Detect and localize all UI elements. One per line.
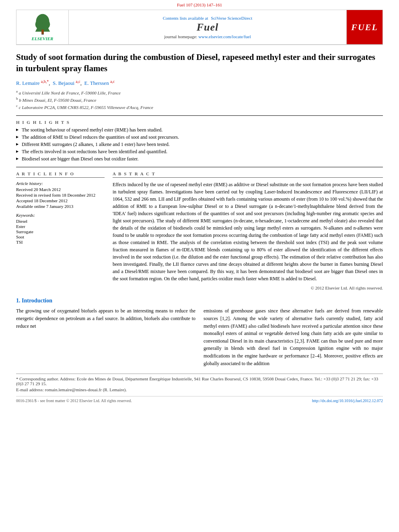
accepted-date: Accepted 18 December 2012 <box>16 198 105 203</box>
highlight-item-5: Biodiesel soot are bigger than Diesel on… <box>16 156 383 162</box>
available-date: Available online 7 January 2013 <box>16 204 105 209</box>
sciverse-brand[interactable]: SciVerse ScienceDirect <box>211 16 252 21</box>
affil-c: c c Laboratoire PC2A, UMR CNRS 8522, F-5… <box>16 103 383 111</box>
author-bejaoui-sup: a,c <box>76 79 80 84</box>
divider-article-info <box>16 167 383 167</box>
keyword-diesel: Diesel <box>16 219 105 224</box>
journal-homepage: journal homepage: www.elsevier.com/locat… <box>164 34 251 39</box>
contents-text: Contents lists available at <box>163 16 208 21</box>
doi-text[interactable]: http://dx.doi.org/10.1016/j.fuel.2012.12… <box>312 398 383 403</box>
header-top-row: ELSEVIER Contents lists available at Sci… <box>16 10 383 45</box>
affil-b: b b Mines Douai, EI, F-59500 Douai, Fran… <box>16 96 383 103</box>
keyword-surrogate: Surrogate <box>16 229 105 234</box>
intro-right-content: emissions of greenhouse gases since thes… <box>204 308 383 366</box>
journal-title: Fuel <box>197 21 219 33</box>
intro-two-col: The growing use of oxygenated biofuels a… <box>16 307 383 367</box>
two-col-layout: A R T I C L E I N F O Article history: R… <box>16 171 383 290</box>
sciverse-link: Contents lists available at SciVerse Sci… <box>163 16 252 21</box>
homepage-link[interactable]: www.elsevier.com/locate/fuel <box>198 34 251 39</box>
author-therssen: E. Therssen <box>84 80 109 86</box>
divider-highlights-top <box>16 115 383 116</box>
intro-left-text: The growing use of oxygenated biofuels a… <box>16 307 195 367</box>
keywords-title: Keywords: <box>16 213 105 218</box>
highlights-section: H I G H L I G H T S The sooting behaviou… <box>16 120 383 162</box>
intro-heading: 1. Introduction <box>16 298 383 304</box>
introduction-section: 1. Introduction The growing use of oxyge… <box>16 298 383 367</box>
header-box: ELSEVIER Contents lists available at Sci… <box>16 10 383 45</box>
fuel-logo: FUEL <box>351 22 378 33</box>
article-info-label: A R T I C L E I N F O <box>16 171 105 178</box>
abstract-text: Effects induced by the use of rapeseed m… <box>113 181 383 282</box>
highlight-item-1: The sooting behaviour of rapeseed methyl… <box>16 127 383 133</box>
journal-ref: Fuel 107 (2013) 147–161 <box>177 2 222 7</box>
svg-rect-6 <box>41 29 44 34</box>
header-center: Contents lists available at SciVerse Sci… <box>69 10 346 44</box>
article-history: Article history: Received 20 March 2012 … <box>16 181 105 209</box>
top-bar: Fuel 107 (2013) 147–161 <box>0 0 399 8</box>
bottom-bar: 0016-2361/$ - see front matter © 2012 El… <box>16 396 383 403</box>
abstract-col: A B S T R A C T Effects induced by the u… <box>113 171 383 290</box>
author-therssen-sup: a,c <box>110 79 115 84</box>
intro-right-text: emissions of greenhouse gases since thes… <box>204 307 383 367</box>
authors-line: R. Lemaire a,b,*, S. Bejaoui a,c, E. The… <box>16 79 383 86</box>
keyword-ester: Ester <box>16 224 105 229</box>
footnote-email: E-mail address: romain.lemaire@mines-dou… <box>16 387 383 392</box>
intro-left-content: The growing use of oxygenated biofuels a… <box>16 308 195 329</box>
elsevier-logo-inner: ELSEVIER <box>31 13 55 41</box>
author-lemaire: R. Lemaire <box>16 80 39 86</box>
keywords-section: Keywords: Diesel Ester Surrogate Soot TS… <box>16 213 105 244</box>
keyword-tsi: TSI <box>16 240 105 244</box>
highlights-label: H I G H L I G H T S <box>16 120 383 125</box>
keyword-soot: Soot <box>16 234 105 239</box>
content-area: Study of soot formation during the combu… <box>16 51 383 392</box>
article-info-col: A R T I C L E I N F O Article history: R… <box>16 171 105 290</box>
footnote-area: * Corresponding author. Address: Ecole d… <box>16 374 383 392</box>
elsevier-tree-icon <box>31 13 55 35</box>
history-title: Article history: <box>16 181 105 186</box>
fuel-logo-box: FUEL <box>346 10 383 44</box>
affiliations: a a Université Lille Nord de France, F-5… <box>16 89 383 111</box>
svg-point-5 <box>43 20 50 29</box>
received-date: Received 20 March 2012 <box>16 187 105 192</box>
article-title: Study of soot formation during the combu… <box>16 51 383 74</box>
footnote-corresponding: * Corresponding author. Address: Ecole d… <box>16 376 383 386</box>
svg-point-4 <box>35 20 42 29</box>
issn-text: 0016-2361/$ - see front matter © 2012 El… <box>16 398 132 403</box>
abstract-label: A B S T R A C T <box>113 171 383 178</box>
affil-a: a a Université Lille Nord de France, F-5… <box>16 89 383 96</box>
highlight-item-3: Different RME surrogates (2 alkanes, 1 a… <box>16 142 383 148</box>
elsevier-logo-box: ELSEVIER <box>16 10 69 44</box>
highlight-item-2: The addition of RME to Diesel reduces th… <box>16 134 383 140</box>
copyright-line: © 2012 Elsevier Ltd. All rights reserved… <box>113 286 383 290</box>
revised-date: Received in revised form 18 December 201… <box>16 193 105 197</box>
author-bejaoui: S. Bejaoui <box>53 80 74 86</box>
highlight-item-4: The effects involved in soot reductions … <box>16 149 383 155</box>
author-lemaire-sup: a,b,* <box>41 79 49 84</box>
elsevier-label: ELSEVIER <box>32 36 53 41</box>
